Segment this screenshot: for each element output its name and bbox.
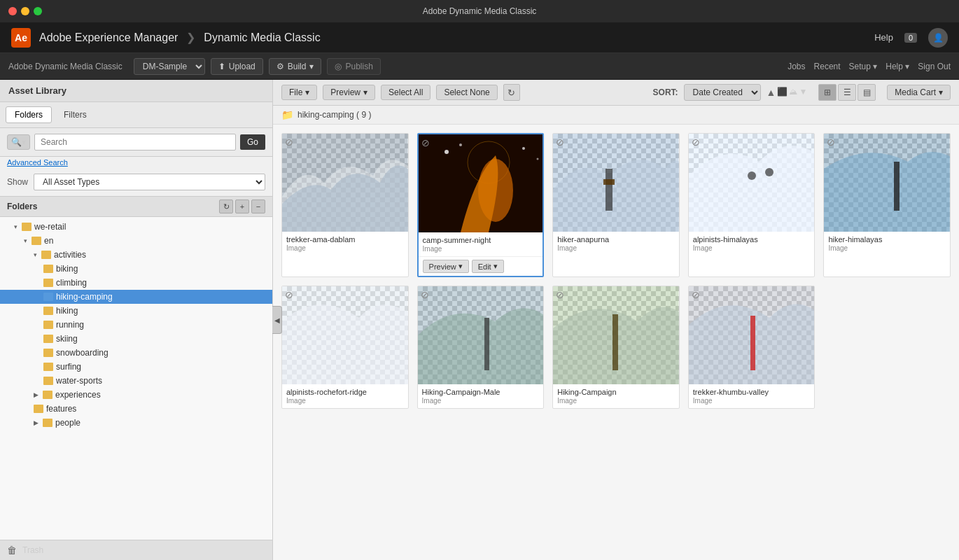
folder-item-experiences[interactable]: ▶ experiences [0,388,272,402]
select-all-button[interactable]: Select All [381,85,430,100]
window-title: Adobe Dynamic Media Classic [423,6,537,16]
search-dropdown[interactable]: 🔍▾ [7,134,30,150]
folder-item-climbing[interactable]: climbing [0,276,272,290]
asset-thumb-9: ⊘ [689,286,815,384]
app-logo: Ae [11,28,31,48]
grid-view-button[interactable]: ⊞ [818,84,836,101]
sign-out-link[interactable]: Sign Out [918,62,951,71]
advanced-search-link[interactable]: Advanced Search [0,157,272,171]
breadcrumb-separator: ❯ [186,31,195,44]
asset-type-4: Image [693,244,811,252]
asset-type-5: Image [828,244,946,252]
maximize-button[interactable] [34,7,42,15]
asset-cell-5[interactable]: ⊘ hiker-himalayas Image [823,133,951,277]
go-button[interactable]: Go [240,134,265,150]
svg-rect-15 [894,162,899,211]
content-area: File ▾ Preview ▾ Select All Select None … [273,80,959,560]
close-button[interactable] [8,7,17,15]
list-view-button[interactable]: ☰ [838,84,856,101]
jobs-link[interactable]: Jobs [788,62,805,71]
refresh-button[interactable]: ↻ [503,84,520,101]
asset-actions-2: Preview ▾ Edit ▾ [419,256,543,276]
recent-link[interactable]: Recent [814,62,841,71]
asset-thumb-7: ⊘ [418,286,544,384]
help-link[interactable]: Help [874,32,893,43]
refresh-folders-button[interactable]: ↻ [219,200,233,214]
folder-item-hiking[interactable]: hiking [0,304,272,318]
folder-icon [43,335,53,343]
asset-info-8: Hiking-Campaign Image [553,384,679,408]
asset-cell-8[interactable]: ⊘ Hiking-Campaign Image [552,286,680,409]
folder-item-hiking-camping[interactable]: hiking-camping [0,290,272,304]
folder-item-running[interactable]: running [0,318,272,332]
minimize-button[interactable] [21,7,29,15]
folders-header: Folders ↻ + − [0,196,272,217]
publish-button[interactable]: ◎ Publish [327,58,380,75]
asset-thumb-5: ⊘ [824,134,950,232]
remove-folder-button[interactable]: − [251,200,265,214]
build-button[interactable]: ⚙ Build ▾ [269,58,322,75]
asset-info-4: alpinists-himalayas Image [689,232,815,255]
asset-cell-6[interactable]: ⊘ alpinists-rochefort-ridge Image [281,286,409,409]
setup-link[interactable]: Setup ▾ [849,62,878,71]
folder-path-name: hiking-camping ( 9 ) [298,110,371,120]
folders-actions: ↻ + − [219,200,265,214]
folder-icon [34,405,43,413]
folder-item-water-sports[interactable]: water-sports [0,374,272,388]
edit-asset-button[interactable]: Edit ▾ [472,260,504,273]
tab-folders[interactable]: Folders [6,106,52,123]
folder-item-en[interactable]: ▾ en [0,234,272,248]
upload-button[interactable]: ⬆ Upload [211,58,263,75]
folder-item-snowboarding[interactable]: snowboarding [0,346,272,360]
notification-badge[interactable]: 0 [904,33,917,43]
folder-icon [41,251,51,259]
folder-item-features[interactable]: features [0,402,272,416]
asset-grid: ⊘ trekker-ama-dablam Image [273,125,959,560]
folder-label: biking [56,264,78,274]
folder-icon [43,419,52,427]
file-button[interactable]: File ▾ [281,85,317,100]
add-folder-button[interactable]: + [235,200,249,214]
avatar[interactable]: 👤 [928,28,948,48]
workspace-selector[interactable]: DM-Sample [134,58,205,75]
sort-selector[interactable]: Date Created [684,84,761,101]
trash-label[interactable]: Trash [22,545,43,555]
folder-item-activities[interactable]: ▾ activities [0,248,272,262]
upload-icon: ⬆ [218,62,225,71]
build-dropdown-icon: ▾ [309,62,314,71]
asset-cell-7[interactable]: ⊘ Hiking-Campaign-Male Image [417,286,545,409]
svg-rect-20 [612,314,618,370]
sidebar-collapse-button[interactable]: ◀ [272,306,282,334]
sort-asc-icon[interactable]: ▲ [766,87,776,98]
asset-name-2: camp-summer-night [423,236,539,244]
tab-filters[interactable]: Filters [55,106,96,123]
asset-name-5: hiker-himalayas [828,235,946,244]
edit-dropdown-icon: ▾ [493,262,498,271]
asset-cell-3[interactable]: ⊘ hiker-anapurna Image [552,133,680,277]
sort-desc-icon[interactable]: ▼ [799,87,807,98]
folder-item-we-retail[interactable]: ▾ we-retail [0,220,272,234]
folder-item-surfing[interactable]: surfing [0,360,272,374]
no-preview-icon: ⊘ [692,289,700,300]
media-cart-button[interactable]: Media Cart ▾ [887,85,951,100]
preview-asset-button[interactable]: Preview ▾ [423,260,469,273]
sort-size-icon: ⬛ [777,87,788,98]
expand-icon: ▶ [34,391,38,398]
no-preview-icon: ⊘ [285,289,293,300]
asset-type-filter[interactable]: All Asset Types [34,174,265,190]
folder-item-biking[interactable]: biking [0,262,272,276]
asset-cell-1[interactable]: ⊘ trekker-ama-dablam Image [281,133,409,277]
select-none-button[interactable]: Select None [436,85,497,100]
help-menu[interactable]: Help ▾ [886,62,909,71]
asset-cell-2[interactable]: ⊘ camp-summer-night Image Preview ▾ Edit… [417,133,545,277]
folder-label: skiing [56,334,78,344]
asset-cell-4[interactable]: ⊘ alpinists-himalayas Image [688,133,816,277]
detail-view-button[interactable]: ▤ [858,84,876,101]
folder-icon [43,377,53,385]
folder-item-people[interactable]: ▶ people [0,416,272,430]
asset-thumb-8: ⊘ [553,286,679,384]
preview-button[interactable]: Preview ▾ [323,85,375,100]
folder-item-skiing[interactable]: skiing [0,332,272,346]
search-input[interactable] [34,134,236,150]
asset-cell-9[interactable]: ⊘ trekker-khumbu-valley Image [688,286,816,409]
